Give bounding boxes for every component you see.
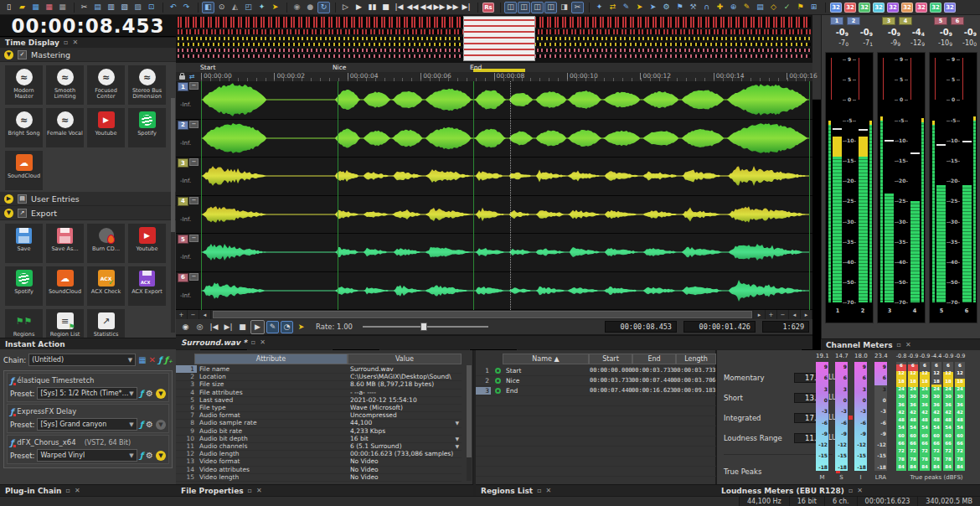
plugin-chain-tab[interactable]: Plug-in Chain [5, 487, 61, 495]
plugin-chain-close-icon[interactable]: ✕ [75, 488, 80, 494]
channel-lane-3[interactable]: 3−-Inf. [176, 157, 812, 196]
section-chevron-icon[interactable]: ▶ [4, 194, 13, 204]
end-column-header[interactable]: End [632, 354, 676, 364]
channel-lane-1[interactable]: 1−-Inf. [176, 81, 812, 120]
window-crossfade-icon[interactable]: ✂ [571, 2, 584, 13]
tile-spotify[interactable]: Spotify [128, 108, 166, 147]
gear-icon[interactable]: ⚙ [146, 420, 153, 429]
process-tool-2-icon[interactable]: ⇄ [606, 2, 619, 13]
scrollbar-thumb[interactable] [467, 365, 472, 457]
channel-minimize-button[interactable]: − [189, 273, 199, 281]
file-properties-close-icon[interactable]: ✕ [256, 488, 262, 494]
channel-tab-4[interactable]: 4 [899, 17, 912, 25]
tile-smooth-limiting[interactable]: ≈Smooth Limiting [46, 65, 84, 105]
channel-meters-float-icon[interactable]: ▫ [896, 342, 900, 349]
channel-tab-1[interactable]: 1 [830, 17, 843, 25]
file-properties-tab[interactable]: File Properties [181, 487, 244, 495]
zoom-button[interactable]: ◂ [199, 310, 211, 319]
rate-slider[interactable] [363, 326, 488, 328]
channel-minimize-button[interactable]: − [189, 121, 199, 128]
surround-wav-close-icon[interactable]: ✕ [260, 339, 266, 346]
preset-select[interactable]: Warped Vinyl▼ [37, 449, 137, 462]
process-tool-14-icon[interactable]: ◇ [767, 2, 780, 13]
tile-acx-check[interactable]: ACX✓ACX Check [87, 266, 125, 306]
process-tool-4-icon[interactable]: ➤ [633, 2, 646, 13]
bit-depth-chip-7[interactable]: 32 [916, 3, 927, 13]
gear-icon[interactable]: ⚙ [146, 451, 153, 460]
record-icon[interactable]: ◉ [291, 2, 303, 13]
edit-tool-icon[interactable]: ◧ [202, 2, 214, 13]
go-to-end-icon[interactable]: ▶| [222, 321, 235, 333]
paste-special-icon[interactable]: ▧ [118, 2, 131, 13]
window-layout-3-icon[interactable]: ◫ [531, 2, 544, 13]
rate-slider-thumb[interactable] [420, 323, 427, 331]
go-to-start-icon[interactable]: |◀ [393, 2, 405, 13]
process-tool-12-icon[interactable]: ✎ [740, 2, 753, 13]
preset-select[interactable]: [Sys] Grand canyon▼ [37, 418, 137, 431]
spectral-tool-icon[interactable]: ✦ [255, 2, 268, 13]
time-display-tab[interactable]: Time Display [5, 39, 59, 47]
playback-cursor[interactable] [510, 81, 512, 310]
zoom-button[interactable]: ◂ [789, 310, 801, 319]
zoom-button[interactable]: − [777, 310, 789, 319]
tile-burn-cd[interactable]: Burn CD... [87, 224, 125, 263]
save-all-icon[interactable]: ▦ [56, 2, 69, 13]
file-properties-scrollbar[interactable] [467, 365, 472, 481]
scrollbar-track[interactable] [211, 310, 754, 319]
name-column-header[interactable]: Name ▲ [503, 354, 589, 364]
cut-icon[interactable]: ✂ [78, 2, 90, 13]
channel-number-badge[interactable]: 5 [178, 235, 188, 244]
process-tool-8-icon[interactable]: ⚒ [687, 2, 699, 13]
channel-gain-label[interactable]: -Inf. [180, 101, 191, 108]
tile-modern-master[interactable]: ≈Modern Master [5, 65, 43, 105]
chevron-down-icon[interactable]: ▼ [455, 443, 459, 449]
channel-minimize-button[interactable]: − [189, 82, 199, 90]
tile-female-vocal[interactable]: ≈Female Vocal [46, 108, 84, 147]
pause-icon[interactable]: ▮▮ [366, 2, 379, 13]
chain-bypass-icon[interactable]: ƒ [158, 356, 162, 364]
expand-chevron-icon[interactable]: ▼ [156, 420, 166, 430]
channel-lane-6[interactable]: 6−-Inf. [176, 272, 812, 311]
rewind-icon[interactable]: ◀◀ [420, 2, 432, 13]
channel-number-badge[interactable]: 3 [178, 158, 188, 168]
channel-number-badge[interactable]: 1 [178, 82, 188, 91]
tile-soundcloud[interactable]: ☁SoundCloud [46, 266, 84, 306]
section-header-export[interactable]: ▼↗Export [0, 206, 176, 220]
marker-end[interactable]: 23End [469, 64, 482, 71]
tile-statistics[interactable]: ↗Statistics [87, 309, 125, 338]
loudness-meters-tab[interactable]: Loudness Meters (EBU R128) [721, 487, 844, 495]
redo-icon[interactable]: ↷ [180, 2, 193, 13]
tile-save-as[interactable]: Save As... [46, 224, 84, 263]
time-display-float-icon[interactable]: ▫ [64, 39, 68, 46]
zoom-button[interactable]: + [176, 310, 188, 319]
tile-acx-export[interactable]: ACXACX Export [128, 266, 166, 306]
tile-youtube[interactable]: ▶Youtube [128, 224, 166, 263]
section-chevron-icon[interactable]: ▼ [4, 209, 13, 218]
tile-bright-song[interactable]: ≈Bright Song [5, 108, 43, 147]
plugin-header[interactable]: ƒExpressFX Delay [10, 406, 166, 416]
overview-strip[interactable] [176, 15, 812, 64]
stop-icon[interactable]: ■ [379, 2, 392, 13]
channel-number-badge[interactable]: 6 [178, 273, 188, 282]
chevron-down-icon[interactable]: ▼ [455, 436, 459, 441]
add-plugin-icon[interactable]: ƒ₊ [164, 356, 173, 364]
scrollbar-thumb[interactable] [213, 311, 752, 318]
window-tile-icon[interactable]: ◨ [558, 2, 570, 13]
play-icon[interactable]: ▶ [250, 320, 265, 334]
channel-meters-tab[interactable]: Channel Meters [826, 341, 892, 349]
channel-minimize-button[interactable]: − [189, 197, 199, 204]
value-column-header[interactable]: Value [348, 354, 462, 364]
process-tool-1-icon[interactable]: ✦ [593, 2, 606, 13]
preset-select[interactable]: [Sys] 5: 1/2 Pitch (Time*1, Pitch/2)▼ [37, 387, 137, 400]
time-display-close-icon[interactable]: ✕ [72, 39, 78, 46]
play-icon[interactable]: ▶ [353, 2, 365, 13]
regions-list-float-icon[interactable]: ▫ [537, 488, 541, 494]
process-tool-15-icon[interactable]: ✓ [781, 2, 793, 13]
zoom-button[interactable]: − [188, 310, 199, 319]
regions-list-close-icon[interactable]: ✕ [546, 488, 552, 494]
preset-refresh-icon[interactable]: ƒ [140, 420, 143, 429]
paste-mix-icon[interactable]: ▨ [132, 2, 144, 13]
zoom-button[interactable]: ▸ [801, 310, 812, 319]
channel-gain-label[interactable]: -Inf. [180, 140, 191, 147]
tile-region-list[interactable]: ≡⚑Region List [46, 309, 84, 338]
